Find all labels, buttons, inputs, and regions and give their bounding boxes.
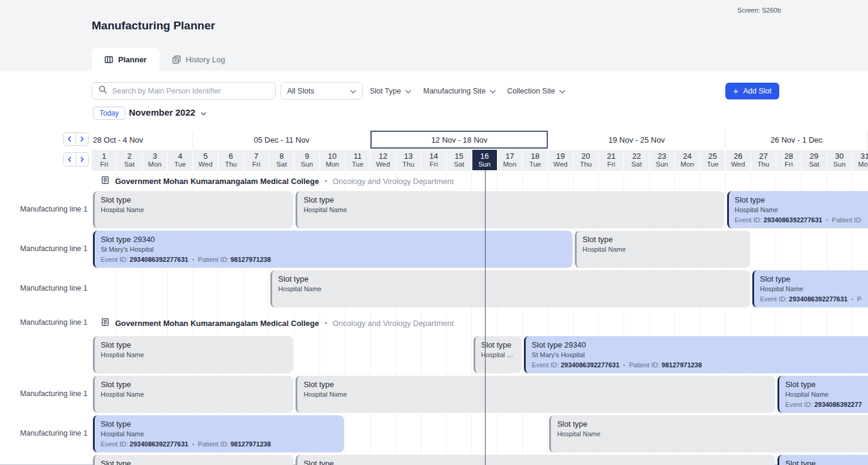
day-name: Tue — [174, 161, 186, 169]
filter-collection-site[interactable]: Collection Site — [507, 82, 565, 99]
week-range-cell[interactable]: 28 Oct - 4 Nov — [92, 131, 193, 149]
slot-hospital: Hospital Name — [101, 430, 338, 437]
day-cell[interactable]: 19Wed — [548, 150, 572, 170]
slot-card[interactable]: Slot typeHospital NameEvent ID: 29340863… — [752, 270, 868, 307]
day-cell[interactable]: 15Sat — [447, 150, 471, 170]
next-day-button[interactable] — [76, 153, 88, 166]
slots-filter-select[interactable]: All Slots — [281, 82, 363, 99]
day-cell[interactable]: 4Tue — [168, 150, 192, 170]
slot-meta: Event ID: 2934086392277631•Patient ID: 9… — [101, 256, 566, 263]
slot-card[interactable]: Slot typeHospital NameEvent ID: 29340863… — [727, 191, 868, 228]
slot-card[interactable]: Slot typeHospital Name — [93, 191, 293, 228]
history-log-icon — [172, 55, 181, 64]
month-dropdown[interactable]: November 2022 — [129, 107, 206, 117]
add-slot-button[interactable]: + Add Slot — [725, 83, 779, 99]
lane-label: Manufacturing line 1 — [20, 205, 88, 213]
tab-bar: Planner History Log — [92, 48, 237, 71]
slot-card[interactable]: Slot type — [296, 455, 775, 465]
day-cell[interactable]: 21Fri — [599, 150, 623, 170]
day-cell[interactable]: 24Mon — [675, 150, 700, 170]
day-name: Wed — [376, 161, 390, 169]
day-name: Mon — [858, 161, 868, 169]
day-cell[interactable]: 20Thu — [574, 150, 598, 170]
day-cell[interactable]: 22Sat — [624, 150, 649, 170]
day-cell[interactable]: 13Thu — [396, 150, 421, 170]
manufacturing-planner-page: Screen: S260b Manufacturing Planner Plan… — [0, 0, 868, 465]
day-cell[interactable]: 27Thu — [751, 150, 776, 170]
day-number: 3 — [153, 152, 157, 161]
week-range-cell[interactable]: 05 Dec - 11 Nov — [193, 131, 370, 149]
slot-card[interactable]: Slot typeHospital Name — [270, 270, 750, 307]
slot-title: Slot type — [481, 340, 516, 349]
today-button[interactable]: Today — [93, 107, 125, 120]
day-cell[interactable]: 6Thu — [219, 150, 243, 170]
week-range-cell-active[interactable]: 12 Nov - 18 Nov — [370, 131, 548, 149]
slot-card[interactable]: Slot typeHospital Name — [93, 376, 293, 413]
slot-card[interactable]: Slot type — [777, 455, 868, 465]
slot-card[interactable]: Slot typeHospital Name — [296, 191, 724, 228]
day-cell[interactable]: 11Tue — [345, 150, 370, 170]
slot-title: Slot type — [785, 459, 862, 465]
day-cell[interactable]: 7Fri — [244, 150, 269, 170]
prev-day-button[interactable] — [64, 153, 76, 166]
current-day-line — [485, 170, 486, 465]
day-cell[interactable]: 26Wed — [726, 150, 751, 170]
tab-planner[interactable]: Planner — [92, 48, 159, 71]
slot-title: Slot type 29340 — [532, 340, 862, 349]
day-cell[interactable]: 1Fri — [92, 150, 116, 170]
tab-history-log[interactable]: History Log — [159, 48, 238, 71]
day-cell[interactable]: 30Sun — [827, 150, 852, 170]
day-cell[interactable]: 5Wed — [193, 150, 218, 170]
slot-card[interactable]: Slot typeHospital NameEvent ID: 29340863… — [93, 415, 344, 452]
prev-week-button[interactable] — [64, 133, 76, 145]
slot-card[interactable]: Slot type 29340St Mary's HospitalEvent I… — [93, 231, 572, 268]
lane-label: Manufacturing line 1 — [20, 429, 88, 437]
day-cell[interactable]: 17Mon — [498, 150, 522, 170]
next-week-button[interactable] — [76, 133, 88, 145]
lane-label: Manufacturing line 1 — [20, 389, 88, 398]
day-name: Thu — [758, 161, 770, 169]
search-input[interactable] — [112, 87, 269, 95]
day-cell[interactable]: 9Sun — [294, 150, 319, 170]
slot-title: Slot type — [101, 380, 287, 389]
slot-card[interactable]: Slot typeHospital Name — [575, 231, 750, 268]
slot-hospital: Hospital Name — [101, 391, 287, 398]
week-range-cell[interactable]: 26 Nov - 1 Dec — [726, 131, 868, 149]
slot-hospital: Hospital Name — [303, 206, 718, 213]
day-cell[interactable]: 10Mon — [320, 150, 345, 170]
day-cell[interactable]: 12Wed — [370, 150, 395, 170]
day-cell[interactable]: 14Fri — [421, 150, 446, 170]
day-cell[interactable]: 3Mon — [143, 150, 167, 170]
day-number: 26 — [734, 152, 742, 161]
day-cell[interactable]: 25Tue — [700, 150, 725, 170]
day-number: 31 — [860, 152, 868, 161]
day-name: Sat — [454, 161, 464, 169]
site-name: Government Mohan Kumaramangalam Medical … — [115, 177, 319, 186]
slot-card[interactable]: Slot typeHospital Name — [474, 336, 522, 373]
slot-card[interactable]: Slot typeHospital Name — [549, 415, 868, 452]
slot-card[interactable]: Slot type — [93, 455, 293, 465]
day-cell[interactable]: 2Sat — [117, 150, 141, 170]
day-cell[interactable]: 8Sat — [269, 150, 294, 170]
day-cell[interactable]: 31Mon — [852, 150, 868, 170]
slot-card[interactable]: Slot type 29340St Mary's HospitalEvent I… — [524, 336, 868, 373]
day-number: 13 — [404, 152, 412, 161]
day-cell[interactable]: 18Tue — [523, 150, 547, 170]
day-cell[interactable]: 23Sun — [650, 150, 674, 170]
week-range-cell[interactable]: 19 Nov - 25 Nov — [548, 131, 725, 149]
day-cell[interactable]: 28Fri — [776, 150, 801, 170]
building-icon — [101, 318, 110, 328]
slot-card[interactable]: Slot typeHospital Name — [296, 376, 775, 413]
day-cell[interactable]: 29Sat — [801, 150, 826, 170]
slot-card[interactable]: Slot typeHospital Name — [93, 336, 293, 373]
day-number: 24 — [683, 152, 691, 161]
slot-meta: Event ID: 2934086392277631•Patient ID: 9… — [760, 295, 862, 303]
day-name: Sat — [276, 161, 287, 169]
filter-manufacturing-site[interactable]: Manufacturing Site — [423, 82, 496, 99]
day-name: Mon — [680, 161, 694, 169]
slot-card[interactable]: Slot typeHospital NameEvent ID: 29340863… — [777, 376, 868, 413]
day-cell-selected[interactable]: 16Sun — [472, 150, 497, 170]
filter-slot-type[interactable]: Slot Type — [370, 82, 411, 99]
separator-dot: • — [324, 319, 327, 328]
day-name: Wed — [198, 161, 212, 169]
